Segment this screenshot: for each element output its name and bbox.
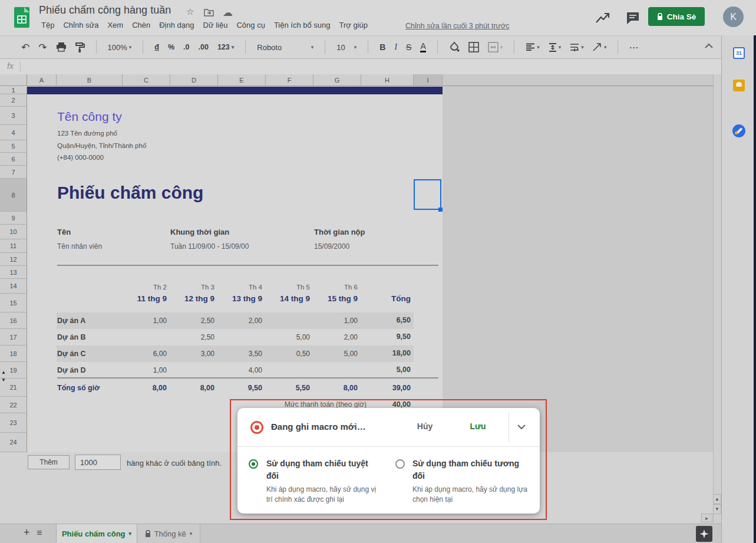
menu-addons[interactable]: Tiện ích bổ sung <box>274 21 331 29</box>
fill-color-button[interactable] <box>449 42 460 52</box>
row-header-22[interactable]: 22 <box>0 397 27 413</box>
decrease-decimals-button[interactable]: .0 <box>183 43 189 51</box>
fill-handle[interactable] <box>438 208 443 212</box>
add-rows-count-input[interactable] <box>75 455 121 470</box>
insights-icon[interactable] <box>595 12 610 24</box>
row-header-3[interactable]: 3 <box>0 107 27 125</box>
add-sheet-button[interactable]: + <box>24 526 30 539</box>
menu-data[interactable]: Dữ liệu <box>203 21 228 29</box>
row-header-7[interactable]: 7 <box>0 166 27 179</box>
menu-view[interactable]: Xem <box>107 21 123 29</box>
column-header-I[interactable]: I <box>414 74 443 86</box>
share-button[interactable]: Chia Sẻ <box>648 7 705 26</box>
percent-format-button[interactable]: % <box>168 43 174 51</box>
tab-menu-caret[interactable]: ▾ <box>190 531 193 537</box>
more-toolbar-button[interactable]: ··· <box>629 43 639 52</box>
all-sheets-button[interactable]: ≡ <box>37 528 42 538</box>
italic-button[interactable]: I <box>394 42 397 52</box>
comment-icon[interactable] <box>626 11 640 25</box>
calendar-icon[interactable]: 31 <box>733 47 745 59</box>
scroll-right-button[interactable]: ▸ <box>701 514 712 522</box>
row-header-17[interactable]: 17 <box>0 329 27 345</box>
tab-phieu-cham-cong[interactable]: Phiếu chấm công ▾ <box>56 524 137 543</box>
column-header-C[interactable]: C <box>123 74 170 86</box>
row-header-11[interactable]: 11 <box>0 239 27 253</box>
hours-cell: 5,00 <box>275 333 310 341</box>
row-header-1[interactable]: 1 <box>0 87 27 94</box>
cloud-status-icon[interactable]: ☁ <box>223 6 233 19</box>
print-button[interactable] <box>56 42 67 52</box>
paint-format-button[interactable] <box>75 42 85 52</box>
row-header-13[interactable]: 13 <box>0 266 27 279</box>
explore-button[interactable] <box>696 526 712 542</box>
avatar[interactable]: K <box>723 6 744 27</box>
scroll-down-button[interactable]: ▼ <box>713 504 721 514</box>
move-folder-icon[interactable] <box>204 8 214 17</box>
row-header-15[interactable]: 15 <box>0 294 27 312</box>
tab-menu-caret[interactable]: ▾ <box>129 531 132 537</box>
scroll-up-button[interactable]: ▲ <box>713 494 721 504</box>
tasks-icon[interactable] <box>732 124 745 137</box>
column-header-A[interactable]: A <box>27 74 57 86</box>
currency-format-button[interactable]: đ <box>154 43 159 51</box>
column-header-H[interactable]: H <box>361 74 414 86</box>
column-header-D[interactable]: D <box>170 74 218 86</box>
menu-format[interactable]: Định dạng <box>159 21 194 29</box>
row-header-5[interactable]: 5 <box>0 140 27 153</box>
borders-button[interactable] <box>468 42 479 52</box>
redo-button[interactable]: ↷ <box>38 41 47 54</box>
row-total-cell: 5,00 <box>375 366 411 374</box>
row-header-14[interactable]: 14 <box>0 279 27 294</box>
row-header-4[interactable]: 4 <box>0 125 27 140</box>
row-header-18[interactable]: 18 <box>0 345 27 362</box>
collapse-toolbar-button[interactable] <box>705 43 713 48</box>
vertical-align-button[interactable]: ▾ <box>549 43 562 52</box>
zoom-select[interactable]: 100% ▾ <box>108 43 132 52</box>
row-header-6[interactable]: 6 <box>0 153 27 166</box>
bold-button[interactable]: B <box>379 42 385 52</box>
document-title[interactable]: Phiếu chấm công hàng tuần <box>39 4 171 17</box>
menu-help[interactable]: Trợ giúp <box>339 21 368 29</box>
column-header-G[interactable]: G <box>313 74 361 86</box>
merge-cells-button[interactable]: ▾ <box>488 42 503 52</box>
row-header-2[interactable]: 2 <box>0 94 27 107</box>
menu-edit[interactable]: Chỉnh sửa <box>63 21 98 29</box>
last-edited-link[interactable]: Chỉnh sửa lần cuối 3 phút trước <box>405 22 509 30</box>
text-color-button[interactable]: A <box>420 42 425 52</box>
row-header-23[interactable]: 23 <box>0 413 27 433</box>
row-header-8[interactable]: 8 <box>0 179 27 212</box>
font-select[interactable]: Roboto▾ <box>257 43 313 52</box>
text-rotation-button[interactable]: ▾ <box>593 43 607 51</box>
number-format-button[interactable]: 123▾ <box>217 43 234 51</box>
selected-cell-I8[interactable] <box>414 179 441 210</box>
keep-icon[interactable] <box>733 80 745 91</box>
row-header-16[interactable]: 16 <box>0 312 27 329</box>
row-header-10[interactable]: 10 <box>0 225 27 239</box>
row-header-12[interactable]: 12 <box>0 253 27 266</box>
increase-decimals-button[interactable]: .00 <box>198 43 208 51</box>
share-label: Chia Sẻ <box>667 12 696 21</box>
menu-file[interactable]: Tệp <box>41 21 54 29</box>
column-header-E[interactable]: E <box>218 74 266 86</box>
menu-insert[interactable]: Chèn <box>132 21 150 29</box>
row-header-24[interactable]: 24 <box>0 433 27 452</box>
menu-tools[interactable]: Công cụ <box>236 21 265 29</box>
lock-icon <box>145 530 151 538</box>
horizontal-align-button[interactable]: ▾ <box>526 43 540 51</box>
add-rows-button[interactable]: Thêm <box>28 455 70 469</box>
column-header-F[interactable]: F <box>266 74 313 86</box>
sheet-cells-area[interactable] <box>27 86 443 452</box>
undo-button[interactable]: ↶ <box>21 41 29 54</box>
column-header-B[interactable]: B <box>57 74 123 86</box>
row-header-9[interactable]: 9 <box>0 212 27 225</box>
font-size-select[interactable]: 10▾ <box>336 43 356 52</box>
star-icon[interactable]: ☆ <box>186 6 194 17</box>
formula-bar[interactable]: fx <box>0 60 756 75</box>
grid-corner-button[interactable] <box>0 74 27 86</box>
text-wrap-button[interactable]: ▾ <box>570 43 584 51</box>
hidden-rows-expand-up-icon[interactable]: ▲ <box>1 370 6 375</box>
tab-thong-ke[interactable]: Thống kê ▾ <box>137 524 200 543</box>
strikethrough-button[interactable]: S <box>406 42 411 52</box>
vertical-scrollbar[interactable] <box>713 74 721 524</box>
hidden-rows-expand-down-icon[interactable]: ▼ <box>1 378 6 383</box>
